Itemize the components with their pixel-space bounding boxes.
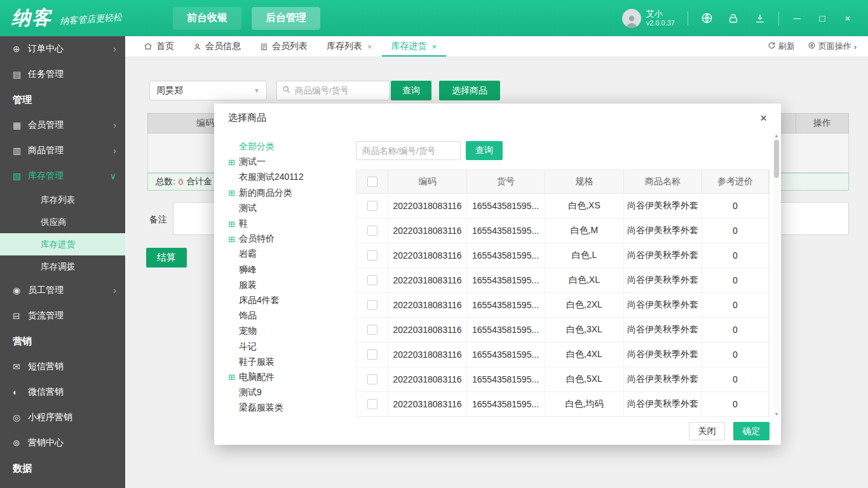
sidebar-item[interactable]: ⊟ 货流管理 — [0, 303, 125, 329]
category-label: 新的商品分类 — [239, 187, 292, 199]
sidebar-item[interactable]: 库存调拨 — [0, 255, 125, 278]
expand-icon[interactable]: ⊞ — [228, 372, 239, 382]
tab-member-list[interactable]: 会员列表 — [250, 36, 317, 57]
sidebar-item[interactable]: ◎ 小程序营销 — [0, 405, 125, 430]
category-item[interactable]: 宠物 — [228, 323, 354, 339]
nav-backend-admin[interactable]: 后台管理 — [252, 7, 320, 30]
tab-close-icon[interactable]: × — [367, 42, 372, 51]
maximize-button[interactable]: □ — [817, 13, 827, 24]
expand-icon[interactable]: ⊞ — [228, 234, 239, 244]
sidebar-item[interactable]: ⊚ 营销中心 — [0, 430, 125, 456]
category-item[interactable]: 服装 — [228, 278, 354, 293]
sidebar-item-label: 营销中心 — [28, 437, 116, 449]
page-ops-button[interactable]: 页面操作 › — [808, 41, 857, 52]
category-item[interactable]: ⊞ 会员特价 — [228, 231, 354, 247]
category-item[interactable]: 鞋子服装 — [228, 355, 354, 370]
modal-close-icon[interactable]: × — [760, 112, 767, 124]
sidebar-item[interactable]: ▦ 会员管理 › — [0, 112, 125, 138]
refresh-button[interactable]: 刷新 — [768, 41, 795, 52]
sidebar-item[interactable]: ⊕ 订单中心 › — [0, 36, 125, 62]
cell-sku: 165543581595... — [467, 392, 545, 416]
table-row[interactable]: 20220318083116 165543581595... 白色,4XL 尚谷… — [356, 342, 770, 367]
lock-icon[interactable] — [727, 12, 740, 25]
cell-code: 20220318083116 — [388, 243, 467, 268]
product-search-input[interactable] — [295, 86, 384, 95]
scroll-down-icon[interactable]: ▼ — [773, 410, 780, 417]
category-item[interactable]: 全部分类 — [228, 139, 354, 154]
sidebar-item[interactable]: ▥ 商品管理 › — [0, 138, 125, 163]
category-item[interactable]: 测试9 — [228, 385, 354, 400]
table-row[interactable]: 20220318083116 165543581595... 白色,XL 尚谷伊… — [356, 268, 770, 293]
select-product-button[interactable]: 选择商品 — [439, 81, 500, 100]
scroll-up-icon[interactable]: ▲ — [773, 132, 780, 139]
category-item[interactable]: ⊞ 测试一 — [228, 154, 354, 170]
nav-front-cashier[interactable]: 前台收银 — [173, 7, 241, 30]
sidebar-item-icon: ▤ — [13, 69, 28, 79]
sidebar-item[interactable]: 管理 — [0, 87, 125, 112]
download-icon[interactable] — [754, 12, 766, 25]
sidebar-item[interactable]: 库存列表 — [0, 189, 125, 211]
category-item[interactable]: ⊞ 鞋 — [228, 216, 354, 231]
sidebar-item[interactable]: ▙ 统计报表 › — [0, 481, 125, 488]
row-checkbox[interactable] — [367, 374, 377, 384]
tab-inventory-purchase[interactable]: 库存进货 × — [382, 36, 447, 57]
category-item[interactable]: 饰品 — [228, 308, 354, 323]
store-select[interactable]: 周昊郑 ▼ — [149, 81, 267, 100]
row-checkbox[interactable] — [367, 300, 377, 310]
category-item[interactable]: 狮峰 — [228, 262, 354, 278]
sidebar-item[interactable]: ▧ 库存管理 ∨ — [0, 163, 125, 189]
row-checkbox[interactable] — [367, 325, 377, 335]
scrollbar-thumb[interactable] — [774, 140, 779, 178]
category-item[interactable]: 床品4件套 — [228, 293, 354, 308]
category-item[interactable]: 测试 — [228, 201, 354, 216]
category-item[interactable]: 斗记 — [228, 339, 354, 354]
sidebar-item[interactable]: 供应商 — [0, 211, 125, 233]
table-row[interactable]: 20220318083116 165543581595... 白色,5XL 尚谷… — [356, 367, 770, 392]
minimize-button[interactable]: ─ — [792, 13, 802, 24]
table-row[interactable]: 20220318083116 165543581595... 白色,L 尚谷伊美… — [356, 243, 770, 268]
close-window-button[interactable]: × — [843, 13, 853, 24]
settle-button[interactable]: 结算 — [146, 248, 187, 268]
table-row[interactable]: 20220318083116 165543581595... 白色,均码 尚谷伊… — [356, 392, 770, 417]
sidebar-item[interactable]: ◐ 微信营销 — [0, 379, 125, 405]
modal-query-button[interactable]: 查询 — [466, 141, 503, 160]
row-checkbox[interactable] — [367, 275, 377, 285]
modal-scrollbar[interactable]: ▲ ▼ — [773, 132, 780, 417]
expand-icon[interactable]: ⊞ — [228, 188, 239, 198]
expand-icon[interactable]: ⊞ — [228, 158, 239, 167]
category-item[interactable]: 岩霸 — [228, 247, 354, 262]
tab-home[interactable]: 首页 — [134, 36, 184, 57]
table-row[interactable]: 20220318083116 165543581595... 白色,M 尚谷伊美… — [356, 219, 770, 243]
row-checkbox[interactable] — [367, 250, 377, 261]
category-item[interactable]: 衣服测试240112 — [228, 170, 354, 185]
category-item[interactable]: 梁磊服装类 — [228, 400, 354, 416]
modal-close-button[interactable]: 关闭 — [689, 422, 725, 440]
query-button[interactable]: 查询 — [391, 81, 431, 100]
row-checkbox[interactable] — [367, 399, 377, 409]
sidebar-item[interactable]: ✉ 短信营销 — [0, 354, 125, 379]
category-item[interactable]: ⊞ 新的商品分类 — [228, 186, 354, 201]
sidebar-item[interactable]: 库存进货 — [0, 233, 125, 255]
tab-member-info[interactable]: 会员信息 — [184, 36, 250, 57]
table-row[interactable]: 20220318083116 165543581595... 白色,XS 尚谷伊… — [356, 194, 770, 219]
sidebar-item[interactable]: ◉ 员工管理 › — [0, 278, 125, 303]
sidebar-item[interactable]: ▤ 任务管理 — [0, 62, 125, 87]
modal-search-input[interactable] — [362, 146, 454, 156]
sidebar-item[interactable]: 营销 — [0, 329, 125, 354]
avatar[interactable] — [622, 9, 641, 28]
home-icon — [144, 42, 153, 51]
expand-icon[interactable]: ⊞ — [228, 219, 239, 229]
table-row[interactable]: 20220318083116 165543581595... 白色,2XL 尚谷… — [356, 293, 770, 318]
category-item[interactable]: ⊞ 电脑配件 — [228, 370, 354, 385]
row-checkbox[interactable] — [367, 201, 377, 211]
row-checkbox[interactable] — [367, 226, 377, 236]
row-checkbox[interactable] — [367, 349, 377, 360]
tab-inventory-list[interactable]: 库存列表 × — [317, 36, 382, 57]
category-label: 狮峰 — [239, 264, 257, 276]
table-row[interactable]: 20220318083116 165543581595... 白色,3XL 尚谷… — [356, 318, 770, 342]
modal-confirm-button[interactable]: 确定 — [733, 422, 770, 440]
sidebar-item[interactable]: 数据 — [0, 456, 125, 481]
tab-close-icon[interactable]: × — [432, 42, 437, 51]
globe-icon[interactable] — [700, 12, 713, 25]
select-all-checkbox[interactable] — [367, 177, 377, 187]
